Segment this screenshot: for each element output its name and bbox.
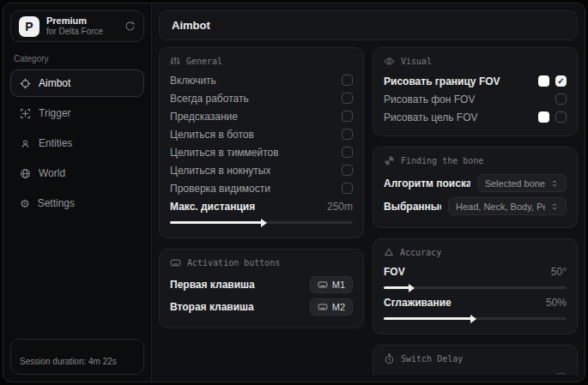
selected-bones-select[interactable]: Head, Neck, Body, Pe.. [448,197,567,215]
activation-buttons-card: Activation buttons Первая клавиша M1 Вто… [159,249,364,328]
category-label: Category [14,54,141,63]
color-swatch[interactable] [538,111,549,123]
sidebar-item-label: Entities [39,137,72,149]
slider-value: 50° [551,266,567,278]
toggle-label: Проверка видимости [170,183,270,195]
activation-card-title: Activation buttons [170,257,353,268]
visual-card: Visual Рисовать границу FOV ✓ Рисовать ф… [373,47,578,136]
toggle-row: Целиться в тиммейтов [170,143,353,161]
visual-card-title: Visual [384,56,567,67]
toggle-row: Целиться в ботов [170,125,353,143]
sync-icon[interactable] [124,21,136,32]
gear-icon: ⚙ [20,198,30,209]
visual-row: Рисовать цель FOV [384,108,567,126]
bone-icon [384,155,395,166]
checkbox[interactable] [342,147,353,158]
slider-label: Сглаживание [384,297,452,309]
toggle-label: Целиться в тиммейтов [170,147,279,159]
visual-row: Рисовать фон FOV [384,90,567,108]
app-window: P Premium for Delta Force Category Aimbo… [3,3,585,382]
sidebar-item-label: Aimbot [39,77,70,89]
slider-row: FOV 50° [384,262,567,280]
select-row: Выбранные кости Head, Neck, Body, Pe.. [384,195,567,218]
keybind-label: Вторая клавиша [170,301,254,313]
visual-label: Рисовать цель FOV [384,111,478,123]
keybind-button-m2[interactable]: M2 [310,298,353,316]
crosshair-icon [20,78,31,89]
unfold-icon [550,202,559,211]
accuracy-card-title: Accuracy [384,247,567,257]
session-duration-label: Session duration: 4m 22s [20,357,117,366]
toggle-label: Предсказание [170,111,238,123]
sliders-icon [170,56,180,66]
select-label: Выбранные кости [384,201,441,213]
checkbox[interactable] [342,75,353,86]
max-distance-slider[interactable] [170,221,353,224]
toggle-label: Задержка переключения [384,373,502,376]
checkbox[interactable] [342,165,353,176]
bone-card-title: Finding the bone [384,155,567,166]
brand-subtitle: for Delta Force [46,27,103,37]
brand-card: P Premium for Delta Force [10,10,144,42]
brand-logo: P [19,16,39,37]
visual-label: Рисовать фон FOV [384,93,475,105]
slider-value: 50% [546,297,567,309]
toggle-label: Целиться в ботов [170,129,254,141]
checkbox[interactable] [342,129,353,140]
toggle-row: Всегда работать [170,89,353,107]
checkbox[interactable] [555,373,567,375]
sidebar-item-trigger[interactable]: Trigger [10,99,144,127]
unfold-icon [550,179,559,188]
stopwatch-icon [384,353,395,364]
sidebar-item-label: Trigger [39,107,71,119]
slider-label: FOV [384,266,405,278]
main-area: Aimbot General Включить [151,3,585,382]
sidebar-item-label: World [39,167,65,179]
checkbox[interactable] [555,93,567,105]
toggle-row: Проверка видимости [170,179,353,197]
bone-algorithm-select[interactable]: Selected bone [477,174,567,192]
keybind-button-m1[interactable]: M1 [310,276,353,293]
sidebar-item-entities[interactable]: Entities [10,129,144,157]
checkbox[interactable] [342,93,353,104]
toggle-row: Предсказание [170,107,353,125]
checkbox[interactable]: ✓ [555,75,567,87]
general-card: General Включить Всегда работать Предска… [159,47,364,238]
toggle-row: Задержка переключения [384,370,567,375]
general-card-title: General [170,56,353,66]
slider-value: 250m [327,201,353,213]
accuracy-card: Accuracy FOV 50° Сглаживание 50% [373,238,578,334]
visual-label: Рисовать границу FOV [384,75,500,87]
sidebar-item-aimbot[interactable]: Aimbot [10,69,144,97]
sidebar-item-settings[interactable]: ⚙ Settings [10,189,144,217]
checkbox[interactable] [342,111,353,122]
switch-delay-card: Switch Delay Задержка переключения Задер… [373,345,578,375]
fov-slider[interactable] [384,286,567,289]
keybind-label: Первая клавиша [170,279,255,291]
visual-row: Рисовать границу FOV ✓ [384,72,567,90]
slider-label: Макс. дистанция [170,201,255,213]
select-row: Алгоритм поиска костей Selected bone [384,171,567,195]
keybind-row: Первая клавиша M1 [170,274,353,296]
slider-row: Макс. дистанция 250m [170,197,353,215]
slider-row: Сглаживание 50% [384,293,567,311]
sidebar: P Premium for Delta Force Category Aimbo… [3,3,151,382]
checkbox[interactable] [342,183,353,194]
keyboard-icon [170,257,181,268]
finding-bone-card: Finding the bone Алгоритм поиска костей … [373,147,578,228]
sidebar-item-world[interactable]: World [10,159,144,187]
toggle-label: Включить [170,75,216,87]
globe-icon [20,168,31,179]
eye-icon [384,56,395,67]
keyboard-icon [318,280,328,290]
toggle-label: Всегда работать [170,93,249,105]
checkbox[interactable] [555,111,567,123]
session-duration-box: Session duration: 4m 22s [10,339,144,375]
smoothing-slider[interactable] [384,317,567,320]
keybind-row: Вторая клавиша M2 [170,296,353,318]
brand-title: Premium [46,15,103,27]
sidebar-item-label: Settings [38,197,75,209]
page-title: Aimbot [159,10,578,40]
color-swatch[interactable] [538,75,549,87]
switch-delay-card-title: Switch Delay [384,353,567,364]
